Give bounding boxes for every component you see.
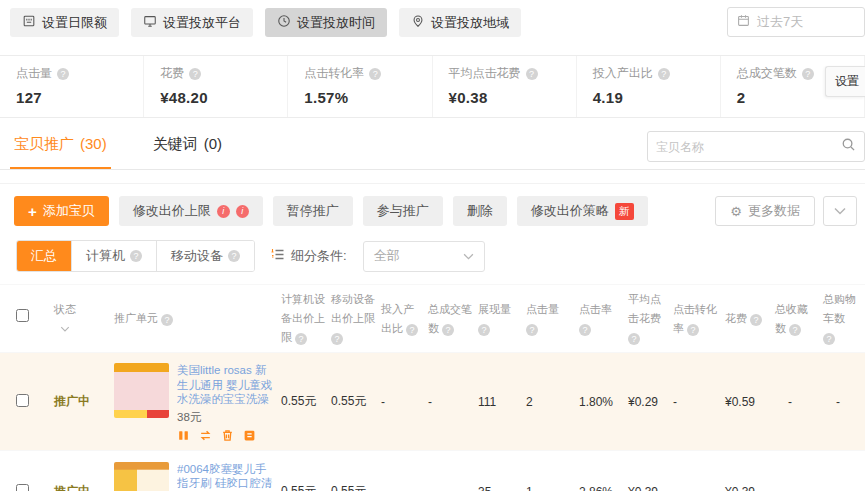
condition-select[interactable]: 全部 <box>363 241 485 272</box>
help-icon[interactable] <box>579 324 591 336</box>
stat-cvr: 点击转化率 1.57% <box>288 56 432 117</box>
help-icon[interactable] <box>628 333 640 345</box>
help-icon[interactable] <box>526 68 538 80</box>
column-header-status: 状态 <box>40 300 96 337</box>
sort-list-icon <box>271 248 285 264</box>
delete-icon[interactable] <box>221 429 234 442</box>
set-platform-label: 设置投放平台 <box>163 14 241 32</box>
chevron-down-icon[interactable] <box>60 326 70 332</box>
search-icon[interactable] <box>841 137 856 156</box>
help-icon[interactable] <box>369 68 381 80</box>
stat-value: 127 <box>16 89 143 106</box>
more-data-label: 更多数据 <box>748 202 800 220</box>
stats-settings-button[interactable]: 设置 <box>825 66 865 97</box>
settings-toolbar: 设置日限额 设置投放平台 设置投放时间 设置投放地域 过去7天 <box>0 0 865 37</box>
cell-ctr: 1.80% <box>579 395 628 409</box>
set-region-button[interactable]: 设置投放地域 <box>399 8 521 37</box>
help-icon[interactable] <box>189 68 201 80</box>
help-icon[interactable] <box>331 333 343 345</box>
segment-mobile[interactable]: 移动设备 <box>157 241 254 271</box>
set-schedule-button[interactable]: 设置投放时间 <box>265 8 387 37</box>
add-item-button[interactable]: 添加宝贝 <box>14 196 109 226</box>
cell-carts: - <box>823 485 865 491</box>
segment-label: 移动设备 <box>171 247 223 265</box>
stat-value: ¥48.20 <box>160 89 287 106</box>
stat-label: 点击量 <box>16 65 52 82</box>
product-thumbnail[interactable] <box>114 363 169 418</box>
journal-icon[interactable] <box>243 429 256 442</box>
date-range-value: 过去7天 <box>757 13 803 31</box>
gear-icon <box>730 204 742 219</box>
column-header-clicks: 点击量 <box>526 300 579 337</box>
product-title-link[interactable]: #0064胶塞婴儿手指牙刷 硅胶口腔清洁舌苔宝宝 刷牙软毛乳牙刷0-1-2岁 <box>177 462 275 491</box>
set-daily-budget-button[interactable]: 设置日限额 <box>10 8 119 37</box>
help-icon[interactable] <box>750 314 762 326</box>
stat-value: ¥0.38 <box>449 89 576 106</box>
cell-avg-click-cost: ¥0.39 <box>628 485 673 491</box>
status-badge: 推广中 <box>54 394 90 408</box>
cell-clicks: 2 <box>526 395 579 409</box>
platform-icon <box>143 14 157 31</box>
column-header-mobile-bid: 移动设备出价上限 <box>331 290 381 346</box>
clock-icon <box>277 14 291 31</box>
modify-bid-limit-button[interactable]: 修改出价上限 <box>119 196 263 226</box>
cell-impressions: 111 <box>478 395 526 409</box>
tab-item-promotion[interactable]: 宝贝推广(30) <box>10 135 111 169</box>
help-icon[interactable] <box>228 250 240 262</box>
column-header-carts: 总购物车数 <box>823 290 865 346</box>
product-thumbnail[interactable] <box>114 462 169 491</box>
help-icon[interactable] <box>789 324 801 336</box>
cell-deals: - <box>428 485 478 491</box>
collapse-button[interactable] <box>823 196 857 226</box>
help-icon[interactable] <box>802 68 814 80</box>
help-icon[interactable] <box>526 324 538 336</box>
segment-computer[interactable]: 计算机 <box>72 241 157 271</box>
stats-strip: 点击量 127 花费 ¥48.20 点击转化率 1.57% 平均点击花费 ¥0.… <box>0 55 865 118</box>
tab-keywords[interactable]: 关键词(0) <box>149 135 226 169</box>
condition-selected-value: 全部 <box>374 247 400 265</box>
pause-icon[interactable] <box>177 429 190 442</box>
info-badge-icon <box>217 205 230 218</box>
join-promotion-button[interactable]: 参与推广 <box>363 196 443 226</box>
cell-pc-bid: 0.55元 <box>281 393 331 410</box>
promotion-panel: 添加宝贝 修改出价上限 暂停推广 参与推广 删除 修改出价策略 新 更多数据 <box>0 183 865 491</box>
stat-clicks: 点击量 127 <box>0 56 144 117</box>
help-icon[interactable] <box>406 324 418 336</box>
campaign-page: 设置日限额 设置投放平台 设置投放时间 设置投放地域 过去7天 点击量 127 … <box>0 0 865 491</box>
product-title-link[interactable]: 美国little rosas 新生儿通用 婴儿童戏水洗澡的宝宝洗澡玩具 <box>177 363 275 408</box>
more-data-button[interactable]: 更多数据 <box>715 196 815 226</box>
set-platform-button[interactable]: 设置投放平台 <box>131 8 253 37</box>
transfer-icon[interactable] <box>199 429 212 442</box>
budget-icon <box>22 14 36 31</box>
modify-bid-strategy-button[interactable]: 修改出价策略 新 <box>517 196 648 226</box>
pause-promotion-button[interactable]: 暂停推广 <box>273 196 353 226</box>
help-icon[interactable] <box>687 324 699 336</box>
stat-label: 总成交笔数 <box>737 65 797 82</box>
product-price: 38元 <box>177 410 275 425</box>
plus-icon <box>28 203 37 220</box>
item-search-input[interactable] <box>656 140 841 154</box>
row-checkbox[interactable] <box>16 484 29 491</box>
help-icon[interactable] <box>161 314 173 326</box>
cell-roi: - <box>381 395 428 409</box>
tab-label: 宝贝推广 <box>14 135 74 152</box>
set-region-label: 设置投放地域 <box>431 14 509 32</box>
segment-summary[interactable]: 汇总 <box>17 241 72 271</box>
stat-roi: 投入产出比 4.19 <box>577 56 721 117</box>
stat-label: 点击转化率 <box>304 65 364 82</box>
column-header-impressions: 展现量 <box>478 300 526 337</box>
delete-button[interactable]: 删除 <box>453 196 507 226</box>
help-icon[interactable] <box>478 324 490 336</box>
help-icon[interactable] <box>130 250 142 262</box>
help-icon[interactable] <box>442 324 454 336</box>
help-icon[interactable] <box>295 333 307 345</box>
help-icon[interactable] <box>658 68 670 80</box>
date-range-picker[interactable]: 过去7天 <box>727 7 865 37</box>
chevron-down-icon <box>463 253 474 260</box>
select-all-checkbox[interactable] <box>16 309 29 322</box>
promotion-table: 状态 推广单元 计算机设备出价上限 移动设备出价上限 投入产出比 总成交笔数 展… <box>0 284 865 491</box>
set-daily-budget-label: 设置日限额 <box>42 14 107 32</box>
help-icon[interactable] <box>57 68 69 80</box>
help-icon[interactable] <box>823 333 835 345</box>
row-checkbox[interactable] <box>16 394 29 407</box>
